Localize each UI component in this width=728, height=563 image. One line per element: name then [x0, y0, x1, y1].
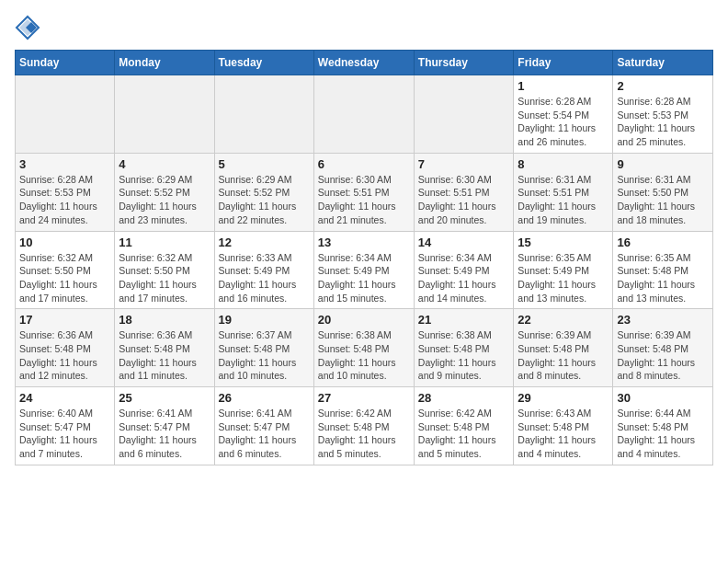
day-number: 21: [418, 313, 510, 327]
calendar-cell: 16Sunrise: 6:35 AM Sunset: 5:48 PM Dayli…: [613, 231, 713, 309]
day-number: 22: [518, 313, 609, 327]
calendar-cell: 24Sunrise: 6:40 AM Sunset: 5:47 PM Dayli…: [16, 387, 115, 465]
weekday-header-saturday: Saturday: [613, 51, 713, 75]
day-number: 28: [418, 391, 510, 405]
calendar-cell: 1Sunrise: 6:28 AM Sunset: 5:54 PM Daylig…: [514, 75, 613, 154]
day-info: Sunrise: 6:29 AM Sunset: 5:52 PM Dayligh…: [219, 173, 310, 227]
day-info: Sunrise: 6:36 AM Sunset: 5:48 PM Dayligh…: [119, 328, 210, 383]
day-number: 3: [19, 157, 110, 171]
day-number: 19: [219, 313, 310, 327]
calendar-cell: 14Sunrise: 6:34 AM Sunset: 5:49 PM Dayli…: [414, 231, 514, 309]
day-number: 29: [518, 391, 609, 405]
day-number: 1: [518, 79, 609, 93]
day-info: Sunrise: 6:28 AM Sunset: 5:54 PM Dayligh…: [518, 95, 609, 149]
calendar-cell: 9Sunrise: 6:31 AM Sunset: 5:50 PM Daylig…: [613, 153, 713, 231]
day-info: Sunrise: 6:38 AM Sunset: 5:48 PM Dayligh…: [318, 328, 410, 383]
calendar-cell: 25Sunrise: 6:41 AM Sunset: 5:47 PM Dayli…: [115, 387, 214, 465]
day-info: Sunrise: 6:32 AM Sunset: 5:50 PM Dayligh…: [19, 251, 110, 305]
day-info: Sunrise: 6:39 AM Sunset: 5:48 PM Dayligh…: [617, 328, 709, 383]
day-number: 7: [418, 157, 510, 171]
calendar-cell: 13Sunrise: 6:34 AM Sunset: 5:49 PM Dayli…: [313, 231, 414, 309]
calendar-cell: [115, 75, 214, 154]
day-info: Sunrise: 6:36 AM Sunset: 5:48 PM Dayligh…: [19, 328, 110, 383]
day-info: Sunrise: 6:28 AM Sunset: 5:53 PM Dayligh…: [617, 95, 709, 149]
day-number: 16: [617, 236, 709, 249]
day-info: Sunrise: 6:39 AM Sunset: 5:48 PM Dayligh…: [518, 328, 609, 383]
day-info: Sunrise: 6:38 AM Sunset: 5:48 PM Dayligh…: [418, 328, 510, 383]
day-info: Sunrise: 6:35 AM Sunset: 5:49 PM Dayligh…: [518, 251, 609, 305]
day-number: 27: [318, 391, 410, 405]
day-number: 12: [219, 236, 310, 249]
day-number: 14: [418, 236, 510, 249]
day-info: Sunrise: 6:41 AM Sunset: 5:47 PM Dayligh…: [219, 407, 310, 461]
day-number: 6: [318, 157, 410, 171]
day-info: Sunrise: 6:32 AM Sunset: 5:50 PM Dayligh…: [119, 251, 210, 305]
calendar-cell: 28Sunrise: 6:42 AM Sunset: 5:48 PM Dayli…: [414, 387, 514, 465]
week-row-1: 1Sunrise: 6:28 AM Sunset: 5:54 PM Daylig…: [16, 75, 713, 154]
calendar-cell: [313, 75, 414, 154]
weekday-header-wednesday: Wednesday: [313, 51, 414, 75]
day-info: Sunrise: 6:31 AM Sunset: 5:51 PM Dayligh…: [518, 173, 609, 227]
day-info: Sunrise: 6:30 AM Sunset: 5:51 PM Dayligh…: [418, 173, 510, 227]
day-info: Sunrise: 6:40 AM Sunset: 5:47 PM Dayligh…: [19, 407, 110, 461]
page-header: [15, 15, 713, 40]
day-info: Sunrise: 6:41 AM Sunset: 5:47 PM Dayligh…: [119, 407, 210, 461]
day-info: Sunrise: 6:34 AM Sunset: 5:49 PM Dayligh…: [418, 251, 510, 305]
calendar-cell: 10Sunrise: 6:32 AM Sunset: 5:50 PM Dayli…: [16, 231, 115, 309]
weekday-header-friday: Friday: [514, 51, 613, 75]
calendar-cell: 5Sunrise: 6:29 AM Sunset: 5:52 PM Daylig…: [214, 153, 313, 231]
calendar-cell: 11Sunrise: 6:32 AM Sunset: 5:50 PM Dayli…: [115, 231, 214, 309]
calendar-cell: 4Sunrise: 6:29 AM Sunset: 5:52 PM Daylig…: [115, 153, 214, 231]
logo: [15, 15, 44, 40]
day-number: 17: [19, 313, 110, 327]
weekday-header-monday: Monday: [115, 51, 214, 75]
week-row-4: 17Sunrise: 6:36 AM Sunset: 5:48 PM Dayli…: [16, 309, 713, 387]
calendar-cell: 6Sunrise: 6:30 AM Sunset: 5:51 PM Daylig…: [313, 153, 414, 231]
day-number: 10: [19, 236, 110, 249]
week-row-5: 24Sunrise: 6:40 AM Sunset: 5:47 PM Dayli…: [16, 387, 713, 465]
calendar-cell: 2Sunrise: 6:28 AM Sunset: 5:53 PM Daylig…: [613, 75, 713, 154]
day-number: 2: [617, 79, 709, 93]
calendar-cell: [16, 75, 115, 154]
logo-icon: [15, 15, 40, 40]
calendar-cell: 22Sunrise: 6:39 AM Sunset: 5:48 PM Dayli…: [514, 309, 613, 387]
day-info: Sunrise: 6:28 AM Sunset: 5:53 PM Dayligh…: [19, 173, 110, 227]
weekday-header-row: SundayMondayTuesdayWednesdayThursdayFrid…: [16, 51, 713, 75]
calendar-cell: 12Sunrise: 6:33 AM Sunset: 5:49 PM Dayli…: [214, 231, 313, 309]
calendar-cell: 7Sunrise: 6:30 AM Sunset: 5:51 PM Daylig…: [414, 153, 514, 231]
week-row-2: 3Sunrise: 6:28 AM Sunset: 5:53 PM Daylig…: [16, 153, 713, 231]
day-info: Sunrise: 6:43 AM Sunset: 5:48 PM Dayligh…: [518, 407, 609, 461]
day-info: Sunrise: 6:42 AM Sunset: 5:48 PM Dayligh…: [318, 407, 410, 461]
day-number: 25: [119, 391, 210, 405]
calendar-cell: 23Sunrise: 6:39 AM Sunset: 5:48 PM Dayli…: [613, 309, 713, 387]
day-number: 5: [219, 157, 310, 171]
day-number: 24: [19, 391, 110, 405]
day-info: Sunrise: 6:33 AM Sunset: 5:49 PM Dayligh…: [219, 251, 310, 305]
weekday-header-thursday: Thursday: [414, 51, 514, 75]
day-number: 23: [617, 313, 709, 327]
day-number: 15: [518, 236, 609, 249]
calendar-cell: [414, 75, 514, 154]
calendar-cell: 21Sunrise: 6:38 AM Sunset: 5:48 PM Dayli…: [414, 309, 514, 387]
day-number: 13: [318, 236, 410, 249]
day-info: Sunrise: 6:35 AM Sunset: 5:48 PM Dayligh…: [617, 251, 709, 305]
calendar-cell: 15Sunrise: 6:35 AM Sunset: 5:49 PM Dayli…: [514, 231, 613, 309]
calendar-cell: 18Sunrise: 6:36 AM Sunset: 5:48 PM Dayli…: [115, 309, 214, 387]
day-info: Sunrise: 6:30 AM Sunset: 5:51 PM Dayligh…: [318, 173, 410, 227]
day-number: 26: [219, 391, 310, 405]
day-info: Sunrise: 6:37 AM Sunset: 5:48 PM Dayligh…: [219, 328, 310, 383]
calendar-cell: [214, 75, 313, 154]
weekday-header-sunday: Sunday: [16, 51, 115, 75]
day-info: Sunrise: 6:44 AM Sunset: 5:48 PM Dayligh…: [617, 407, 709, 461]
day-number: 8: [518, 157, 609, 171]
week-row-3: 10Sunrise: 6:32 AM Sunset: 5:50 PM Dayli…: [16, 231, 713, 309]
calendar-table: SundayMondayTuesdayWednesdayThursdayFrid…: [15, 50, 713, 465]
day-number: 30: [617, 391, 709, 405]
calendar-cell: 8Sunrise: 6:31 AM Sunset: 5:51 PM Daylig…: [514, 153, 613, 231]
calendar-cell: 17Sunrise: 6:36 AM Sunset: 5:48 PM Dayli…: [16, 309, 115, 387]
calendar-cell: 30Sunrise: 6:44 AM Sunset: 5:48 PM Dayli…: [613, 387, 713, 465]
calendar-cell: 19Sunrise: 6:37 AM Sunset: 5:48 PM Dayli…: [214, 309, 313, 387]
calendar-cell: 3Sunrise: 6:28 AM Sunset: 5:53 PM Daylig…: [16, 153, 115, 231]
day-info: Sunrise: 6:34 AM Sunset: 5:49 PM Dayligh…: [318, 251, 410, 305]
day-info: Sunrise: 6:42 AM Sunset: 5:48 PM Dayligh…: [418, 407, 510, 461]
